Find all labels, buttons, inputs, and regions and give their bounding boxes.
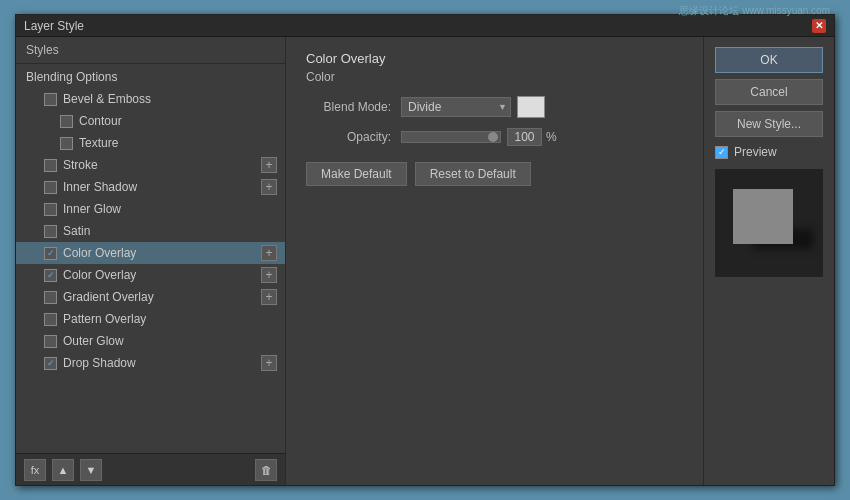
watermark: 思缘设计论坛 www.missyuan.com bbox=[679, 4, 830, 18]
dialog-body: Styles Blending Options Bevel & Emboss C… bbox=[16, 37, 834, 485]
move-down-button[interactable]: ▼ bbox=[80, 459, 102, 481]
new-style-button[interactable]: New Style... bbox=[715, 111, 823, 137]
color-overlay-2-checkbox[interactable] bbox=[44, 269, 57, 282]
color-overlay-1-add-button[interactable]: + bbox=[261, 245, 277, 261]
opacity-input[interactable] bbox=[507, 128, 542, 146]
preview-canvas bbox=[715, 169, 823, 277]
left-panel: Styles Blending Options Bevel & Emboss C… bbox=[16, 37, 286, 485]
blend-mode-label: Blend Mode: bbox=[306, 100, 391, 114]
blend-mode-select[interactable]: Normal Dissolve Multiply Screen Overlay … bbox=[401, 97, 511, 117]
color-overlay-2-add-button[interactable]: + bbox=[261, 267, 277, 283]
contour-label: Contour bbox=[79, 114, 122, 128]
preview-row: Preview bbox=[715, 145, 823, 159]
drop-shadow-label: Drop Shadow bbox=[63, 356, 136, 370]
inner-glow-label: Inner Glow bbox=[63, 202, 121, 216]
stroke-add-button[interactable]: + bbox=[261, 157, 277, 173]
layer-list: Blending Options Bevel & Emboss Contour … bbox=[16, 64, 285, 453]
blending-options-label: Blending Options bbox=[26, 70, 117, 84]
close-button[interactable]: ✕ bbox=[812, 19, 826, 33]
texture-label: Texture bbox=[79, 136, 118, 150]
fx-button[interactable]: fx bbox=[24, 459, 46, 481]
sidebar-item-drop-shadow[interactable]: Drop Shadow + bbox=[16, 352, 285, 374]
middle-panel: Color Overlay Color Blend Mode: Normal D… bbox=[286, 37, 704, 485]
percent-label: % bbox=[546, 130, 557, 144]
bevel-emboss-checkbox[interactable] bbox=[44, 93, 57, 106]
sidebar-item-pattern-overlay[interactable]: Pattern Overlay bbox=[16, 308, 285, 330]
cancel-button[interactable]: Cancel bbox=[715, 79, 823, 105]
pattern-overlay-label: Pattern Overlay bbox=[63, 312, 146, 326]
sidebar-item-bevel-emboss[interactable]: Bevel & Emboss bbox=[16, 88, 285, 110]
reset-default-button[interactable]: Reset to Default bbox=[415, 162, 531, 186]
sidebar-item-inner-shadow[interactable]: Inner Shadow + bbox=[16, 176, 285, 198]
sidebar-item-color-overlay-1[interactable]: Color Overlay + bbox=[16, 242, 285, 264]
stroke-label: Stroke bbox=[63, 158, 98, 172]
action-buttons: Make Default Reset to Default bbox=[306, 162, 683, 186]
color-swatch[interactable] bbox=[517, 96, 545, 118]
bevel-emboss-label: Bevel & Emboss bbox=[63, 92, 151, 106]
texture-checkbox[interactable] bbox=[60, 137, 73, 150]
gradient-overlay-add-button[interactable]: + bbox=[261, 289, 277, 305]
drop-shadow-checkbox[interactable] bbox=[44, 357, 57, 370]
sidebar-item-contour[interactable]: Contour bbox=[16, 110, 285, 132]
sidebar-item-outer-glow[interactable]: Outer Glow bbox=[16, 330, 285, 352]
preview-square bbox=[733, 189, 793, 244]
color-overlay-1-checkbox[interactable] bbox=[44, 247, 57, 260]
inner-shadow-checkbox[interactable] bbox=[44, 181, 57, 194]
gradient-overlay-label: Gradient Overlay bbox=[63, 290, 154, 304]
color-overlay-2-label: Color Overlay bbox=[63, 268, 136, 282]
right-panel: OK Cancel New Style... Preview bbox=[704, 37, 834, 485]
sidebar-item-gradient-overlay[interactable]: Gradient Overlay + bbox=[16, 286, 285, 308]
stroke-checkbox[interactable] bbox=[44, 159, 57, 172]
sidebar-item-blending-options[interactable]: Blending Options bbox=[16, 66, 285, 88]
delete-button[interactable]: 🗑 bbox=[255, 459, 277, 481]
opacity-row: Opacity: % bbox=[306, 128, 683, 146]
title-bar: Layer Style ✕ bbox=[16, 15, 834, 37]
blend-mode-row: Blend Mode: Normal Dissolve Multiply Scr… bbox=[306, 96, 683, 118]
sidebar-item-satin[interactable]: Satin bbox=[16, 220, 285, 242]
sidebar-item-texture[interactable]: Texture bbox=[16, 132, 285, 154]
inner-shadow-add-button[interactable]: + bbox=[261, 179, 277, 195]
outer-glow-label: Outer Glow bbox=[63, 334, 124, 348]
layer-style-dialog: Layer Style ✕ Styles Blending Options Be… bbox=[15, 14, 835, 486]
drop-shadow-add-button[interactable]: + bbox=[261, 355, 277, 371]
preview-label: Preview bbox=[734, 145, 777, 159]
preview-checkbox[interactable] bbox=[715, 146, 728, 159]
sidebar-item-inner-glow[interactable]: Inner Glow bbox=[16, 198, 285, 220]
color-overlay-1-label: Color Overlay bbox=[63, 246, 136, 260]
pattern-overlay-checkbox[interactable] bbox=[44, 313, 57, 326]
inner-glow-checkbox[interactable] bbox=[44, 203, 57, 216]
gradient-overlay-checkbox[interactable] bbox=[44, 291, 57, 304]
left-toolbar: fx ▲ ▼ 🗑 bbox=[16, 453, 285, 485]
dialog-title: Layer Style bbox=[24, 19, 84, 33]
panel-subtitle: Color bbox=[306, 70, 683, 84]
opacity-slider[interactable] bbox=[401, 131, 501, 143]
sidebar-item-color-overlay-2[interactable]: Color Overlay + bbox=[16, 264, 285, 286]
satin-label: Satin bbox=[63, 224, 90, 238]
satin-checkbox[interactable] bbox=[44, 225, 57, 238]
panel-title: Color Overlay bbox=[306, 51, 683, 66]
contour-checkbox[interactable] bbox=[60, 115, 73, 128]
sidebar-item-stroke[interactable]: Stroke + bbox=[16, 154, 285, 176]
opacity-thumb bbox=[488, 132, 498, 142]
make-default-button[interactable]: Make Default bbox=[306, 162, 407, 186]
inner-shadow-label: Inner Shadow bbox=[63, 180, 137, 194]
move-up-button[interactable]: ▲ bbox=[52, 459, 74, 481]
blend-mode-select-wrapper: Normal Dissolve Multiply Screen Overlay … bbox=[401, 97, 511, 117]
ok-button[interactable]: OK bbox=[715, 47, 823, 73]
opacity-label: Opacity: bbox=[306, 130, 391, 144]
styles-header: Styles bbox=[16, 37, 285, 64]
outer-glow-checkbox[interactable] bbox=[44, 335, 57, 348]
